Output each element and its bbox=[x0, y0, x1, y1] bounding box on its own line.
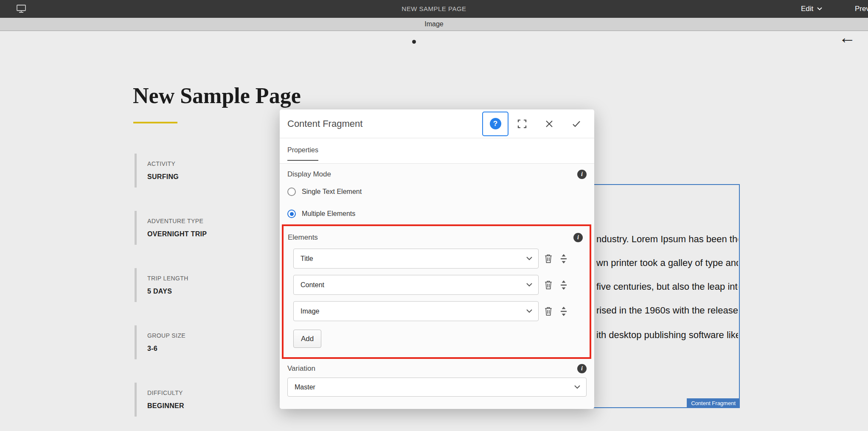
title-underline bbox=[133, 122, 177, 123]
info-icon[interactable]: i bbox=[577, 364, 587, 373]
variation-label: Variation bbox=[287, 364, 315, 373]
drag-reorder-icon bbox=[560, 280, 567, 290]
drag-reorder-icon bbox=[560, 307, 567, 316]
attribute-item: TRIP LENGTH 5 DAYS bbox=[135, 268, 275, 302]
info-icon[interactable]: i bbox=[573, 233, 583, 242]
component-toolbar: Image bbox=[0, 18, 868, 31]
variation-select[interactable]: Master bbox=[287, 378, 587, 397]
variation-select-value: Master bbox=[295, 383, 315, 391]
element-select-3[interactable]: Image bbox=[293, 301, 539, 321]
attribute-label: ACTIVITY bbox=[147, 160, 275, 167]
radio-multiple-label: Multiple Elements bbox=[302, 210, 355, 218]
drag-reorder-icon bbox=[560, 254, 567, 263]
reorder-handle[interactable] bbox=[560, 280, 567, 290]
element-row: Image bbox=[293, 301, 584, 321]
elements-label-row: Elements i bbox=[288, 233, 584, 242]
content-fragment-badge: Content Fragment bbox=[687, 398, 740, 408]
radio-single-label: Single Text Element bbox=[302, 188, 362, 196]
attribute-value: 5 DAYS bbox=[147, 288, 275, 295]
fragment-text-line: rised in the 1960s with the release of bbox=[596, 305, 738, 316]
back-arrow-icon[interactable]: ← bbox=[839, 29, 856, 46]
trash-icon bbox=[544, 306, 553, 316]
trash-icon bbox=[544, 280, 553, 290]
element-select-3-value: Image bbox=[301, 308, 319, 315]
reorder-handle[interactable] bbox=[560, 254, 567, 263]
attribute-label: GROUP SIZE bbox=[147, 332, 275, 339]
attribute-list: ACTIVITY SURFING ADVENTURE TYPE OVERNIGH… bbox=[135, 154, 275, 431]
component-dot-indicator bbox=[412, 40, 416, 44]
dialog-tabbar: Properties bbox=[280, 138, 594, 164]
display-mode-label: Display Mode bbox=[287, 170, 331, 179]
attribute-item: GROUP SIZE 3-6 bbox=[135, 325, 275, 359]
chevron-down-icon bbox=[526, 257, 532, 260]
chevron-down-icon bbox=[526, 283, 532, 287]
check-icon bbox=[571, 119, 581, 129]
cancel-button[interactable] bbox=[536, 112, 563, 136]
radio-single-text-element[interactable] bbox=[287, 188, 296, 196]
topbar-page-title: NEW SAMPLE PAGE bbox=[0, 0, 868, 18]
variation-row: Variation i bbox=[287, 364, 587, 373]
attribute-value: SURFING bbox=[147, 173, 275, 181]
fragment-text-line: ndustry. Lorem Ipsum has been the bbox=[596, 234, 738, 245]
tab-properties[interactable]: Properties bbox=[287, 146, 318, 161]
fragment-text-line: wn printer took a galley of type and bbox=[596, 257, 738, 269]
attribute-label: TRIP LENGTH bbox=[147, 275, 275, 282]
close-icon bbox=[545, 119, 554, 129]
element-select-2-value: Content bbox=[301, 281, 324, 289]
element-select-1-value: Title bbox=[301, 255, 313, 263]
add-element-button[interactable]: Add bbox=[293, 330, 321, 348]
edit-mode-dropdown[interactable]: Edit bbox=[801, 0, 822, 18]
fullscreen-button[interactable] bbox=[508, 112, 536, 136]
help-button[interactable]: ? bbox=[482, 112, 508, 136]
attribute-item: ACTIVITY SURFING bbox=[135, 154, 275, 188]
attribute-label: ADVENTURE TYPE bbox=[147, 218, 275, 224]
delete-element-button[interactable] bbox=[544, 280, 553, 290]
reorder-handle[interactable] bbox=[560, 307, 567, 316]
dialog-body: Display Mode i Single Text Element Multi… bbox=[280, 164, 594, 397]
attribute-value: BEGINNER bbox=[147, 402, 275, 410]
info-icon[interactable]: i bbox=[577, 170, 587, 179]
elements-highlight-box: Elements i Title bbox=[282, 224, 591, 359]
content-fragment-dialog: Content Fragment ? Properties bbox=[280, 109, 594, 409]
page-title: New Sample Page bbox=[133, 83, 301, 108]
aem-editor-screen: NEW SAMPLE PAGE Edit Preview Image ← New… bbox=[0, 0, 868, 431]
attribute-item: ADVENTURE TYPE OVERNIGHT TRIP bbox=[135, 211, 275, 245]
fragment-text-line: ith desktop publishing software like bbox=[596, 330, 738, 341]
chevron-down-icon bbox=[817, 7, 822, 11]
top-bar: NEW SAMPLE PAGE Edit Preview bbox=[0, 0, 868, 18]
component-toolbar-label: Image bbox=[424, 20, 443, 28]
edit-mode-label: Edit bbox=[801, 5, 813, 13]
element-select-2[interactable]: Content bbox=[293, 275, 539, 295]
trash-icon bbox=[544, 254, 553, 263]
delete-element-button[interactable] bbox=[544, 306, 553, 316]
fullscreen-icon bbox=[517, 119, 528, 129]
chevron-down-icon bbox=[574, 385, 580, 389]
dialog-title: Content Fragment bbox=[287, 118, 482, 129]
element-row: Title bbox=[293, 249, 584, 269]
attribute-item: DIFFICULTY BEGINNER bbox=[135, 383, 275, 417]
element-select-1[interactable]: Title bbox=[293, 249, 539, 269]
fragment-text-line: five centuries, but also the leap into bbox=[596, 281, 738, 292]
display-mode-row: Display Mode i bbox=[287, 170, 587, 179]
confirm-button[interactable] bbox=[563, 112, 590, 136]
delete-element-button[interactable] bbox=[544, 254, 553, 263]
radio-row-multiple: Multiple Elements bbox=[287, 210, 587, 218]
radio-row-single: Single Text Element bbox=[287, 188, 587, 196]
element-row: Content bbox=[293, 275, 584, 295]
radio-multiple-elements[interactable] bbox=[287, 210, 296, 218]
attribute-label: DIFFICULTY bbox=[147, 389, 275, 396]
preview-mode-button[interactable]: Preview bbox=[855, 0, 868, 18]
dialog-header: Content Fragment ? bbox=[280, 109, 594, 138]
attribute-value: OVERNIGHT TRIP bbox=[147, 230, 275, 238]
help-icon: ? bbox=[490, 118, 501, 129]
attribute-value: 3-6 bbox=[147, 345, 275, 353]
chevron-down-icon bbox=[526, 309, 532, 313]
elements-label: Elements bbox=[288, 233, 318, 242]
